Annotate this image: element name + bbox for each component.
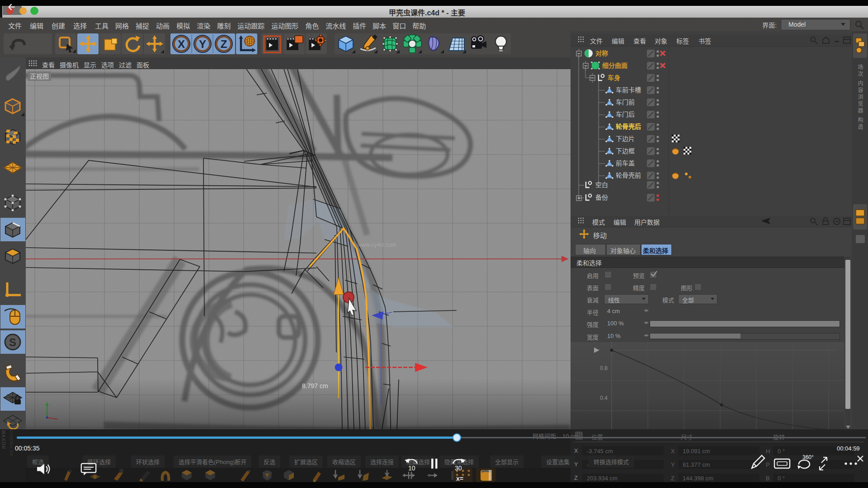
svg-text:对称: 对称 — [595, 50, 608, 57]
svg-text:81.377 cm: 81.377 cm — [683, 461, 710, 468]
svg-text:Y: Y — [574, 461, 578, 468]
svg-text:X: X — [574, 447, 578, 454]
svg-text:车身: 车身 — [608, 74, 620, 81]
svg-text:S: S — [9, 336, 16, 348]
svg-text:车门后: 车门后 — [616, 111, 635, 118]
svg-text:360°: 360° — [802, 454, 814, 460]
svg-text:30: 30 — [455, 465, 462, 472]
svg-text:19.091 cm: 19.091 cm — [683, 448, 710, 455]
svg-text:0.4: 0.4 — [600, 395, 608, 401]
svg-text:10: 10 — [408, 465, 415, 472]
svg-text:Z: Z — [221, 38, 227, 50]
svg-text:轮骨壳后: 轮骨壳后 — [616, 123, 641, 130]
svg-text:-3.745 cm: -3.745 cm — [587, 448, 613, 455]
svg-text:Y: Y — [671, 461, 675, 468]
svg-text:0 °: 0 ° — [778, 475, 785, 482]
svg-text:Z: Z — [671, 475, 675, 482]
svg-text:下边框: 下边框 — [616, 147, 635, 155]
svg-text:细分曲面: 细分曲面 — [602, 62, 627, 69]
svg-text:x=: x= — [456, 475, 463, 482]
svg-text:车门前: 车门前 — [616, 99, 635, 106]
svg-text:下边片: 下边片 — [616, 135, 635, 142]
svg-text:空白: 空白 — [595, 181, 608, 188]
svg-text:X: X — [671, 448, 675, 455]
svg-text:Y: Y — [199, 38, 206, 50]
svg-text:前车盖: 前车盖 — [616, 160, 635, 167]
svg-text:0.8: 0.8 — [600, 365, 608, 371]
svg-text:Z: Z — [574, 474, 578, 481]
svg-text:144.398 cm: 144.398 cm — [683, 475, 713, 482]
svg-text:203.934 cm: 203.934 cm — [587, 475, 618, 482]
svg-text:B: B — [766, 475, 770, 482]
svg-text:备份: 备份 — [595, 194, 608, 201]
svg-text:轮骨壳前: 轮骨壳前 — [616, 172, 641, 179]
svg-text:车前卡槽: 车前卡槽 — [616, 86, 641, 94]
svg-text:X: X — [178, 38, 185, 50]
